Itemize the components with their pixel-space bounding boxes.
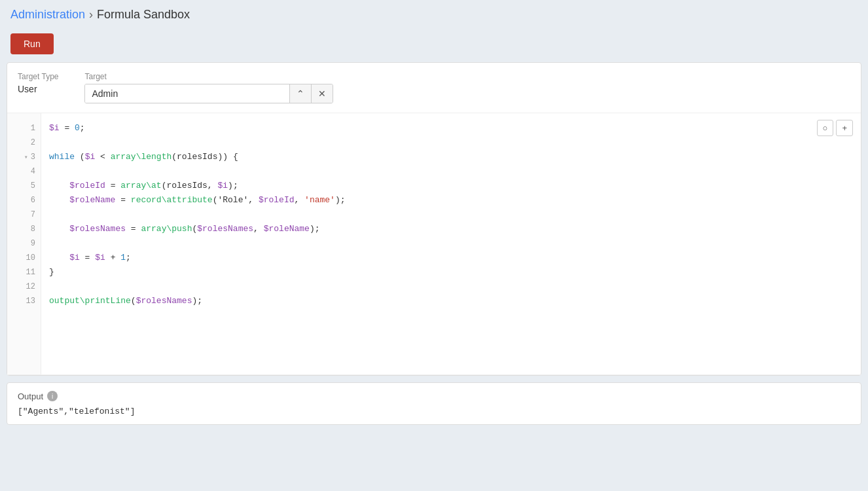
output-section: Output i ["Agents","telefonist"] [7,382,861,425]
plus-button[interactable]: + [836,120,853,136]
run-button[interactable]: Run [10,33,54,54]
target-label: Target [84,72,333,81]
main-panel: Target Type User Target ⌃ ✕ ○ + 12▾34567… [7,62,861,376]
info-icon[interactable]: i [47,391,58,401]
target-input-wrapper: Target ⌃ ✕ [84,72,333,103]
line-number: 5 [7,179,41,193]
page-title: Formula Sandbox [97,8,190,22]
line-number: 9 [7,236,41,251]
line-number: 10 [7,251,41,265]
line-numbers: 12▾345678910111213 [7,113,41,374]
fold-arrow-icon[interactable]: ▾ [24,153,28,161]
toolbar: Run [0,28,868,62]
line-number: 7 [7,208,41,222]
code-line [49,236,853,251]
code-line [49,136,853,150]
breadcrumb: Administration › Formula Sandbox [0,0,868,28]
code-line: $rolesNames = array\push($rolesNames, $r… [49,222,853,236]
code-toolbar: ○ + [817,120,853,136]
code-line: $roleId = array\at(rolesIds, $i); [49,179,853,193]
line-number: 12 [7,280,41,294]
target-input[interactable] [85,84,289,103]
target-clear-button[interactable]: ✕ [311,84,333,103]
target-type-value: User [18,84,58,94]
line-number: 1 [7,121,41,136]
circle-button[interactable]: ○ [817,120,834,136]
code-line: while ($i < array\length(rolesIds)) { [49,150,853,164]
output-header: Output i [18,391,850,401]
code-line: output\printLine($rolesNames); [49,294,853,308]
code-line [49,164,853,179]
code-line: } [49,265,853,280]
line-number: 4 [7,164,41,179]
code-line: $i = $i + 1; [49,251,853,265]
line-number: ▾3 [7,150,41,164]
target-type-field: Target Type User [18,72,58,94]
target-type-label: Target Type [18,72,58,81]
code-line [49,208,853,222]
code-content[interactable]: $i = 0; while ($i < array\length(rolesId… [41,113,861,374]
output-value: ["Agents","telefonist"] [18,407,850,416]
target-input-group: ⌃ ✕ [84,84,333,103]
code-line: $roleName = record\attribute('Role', $ro… [49,193,853,208]
output-label: Output [18,391,43,401]
code-editor[interactable]: 12▾345678910111213 $i = 0; while ($i < a… [7,113,861,375]
breadcrumb-separator: › [89,8,93,22]
target-expand-button[interactable]: ⌃ [289,84,311,103]
line-number: 2 [7,136,41,150]
code-line [49,280,853,294]
line-number: 6 [7,193,41,208]
line-number: 13 [7,294,41,308]
code-panel: ○ + 12▾345678910111213 $i = 0; while ($i… [7,113,861,375]
breadcrumb-parent[interactable]: Administration [10,8,85,22]
line-number: 11 [7,265,41,280]
line-number: 8 [7,222,41,236]
code-line: $i = 0; [49,121,853,136]
target-row: Target Type User Target ⌃ ✕ [7,63,861,113]
